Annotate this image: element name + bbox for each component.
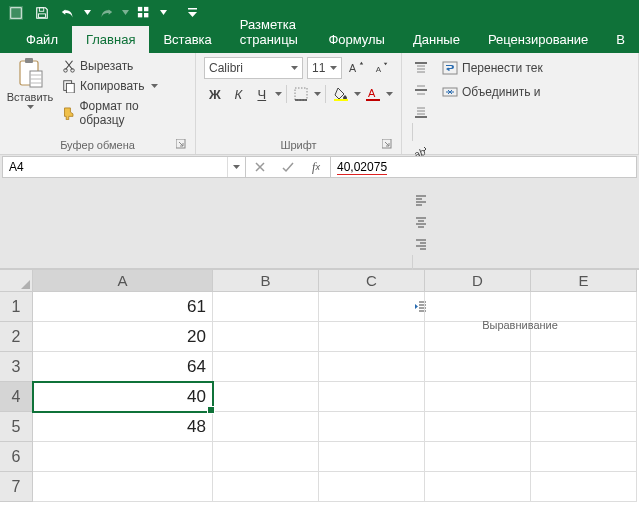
cell-a5[interactable]: 48 <box>33 412 213 442</box>
dialog-launcher-icon[interactable] <box>381 139 393 151</box>
cell-d5[interactable] <box>425 412 531 442</box>
tab-formulas[interactable]: Формулы <box>314 26 399 53</box>
font-color-icon[interactable]: A <box>363 83 385 105</box>
tab-home[interactable]: Главная <box>72 26 149 53</box>
cell-a6[interactable] <box>33 442 213 472</box>
cell-b3[interactable] <box>213 352 319 382</box>
underline-button[interactable]: Ч <box>251 83 273 105</box>
fill-color-dropdown[interactable] <box>354 83 361 105</box>
increase-font-icon[interactable]: A <box>346 57 367 79</box>
tab-data[interactable]: Данные <box>399 26 474 53</box>
align-left-icon[interactable] <box>410 189 432 211</box>
font-size-selector[interactable]: 11 <box>307 57 342 79</box>
format-painter-button[interactable]: Формат по образцу <box>58 97 187 129</box>
cell-b7[interactable] <box>213 472 319 502</box>
cell-b6[interactable] <box>213 442 319 472</box>
align-top-icon[interactable] <box>410 57 432 79</box>
wrap-text-button[interactable]: Перенести тек <box>442 57 543 79</box>
cell-a7[interactable] <box>33 472 213 502</box>
undo-icon[interactable] <box>56 2 80 24</box>
merge-center-button[interactable]: Объединить и <box>442 81 543 103</box>
name-box-input[interactable] <box>3 160 227 174</box>
cell-d4[interactable] <box>425 382 531 412</box>
tab-insert[interactable]: Вставка <box>149 26 225 53</box>
underline-dropdown[interactable] <box>275 83 282 105</box>
cell-b4[interactable] <box>213 382 319 412</box>
insert-function-icon[interactable]: fx <box>302 160 330 175</box>
align-middle-icon[interactable] <box>410 79 432 101</box>
cell-c4[interactable] <box>319 382 425 412</box>
decrease-font-icon[interactable]: A <box>372 57 393 79</box>
group-alignment: ab Перенести тек <box>402 53 639 154</box>
touch-mode-dropdown-icon[interactable] <box>158 2 168 24</box>
row-header-2[interactable]: 2 <box>0 322 33 352</box>
cell-a3[interactable]: 64 <box>33 352 213 382</box>
cell-e4[interactable] <box>531 382 637 412</box>
cell-a4[interactable]: 40 <box>33 382 213 412</box>
cell-a1[interactable]: 61 <box>33 292 213 322</box>
cell-c5[interactable] <box>319 412 425 442</box>
cell-c6[interactable] <box>319 442 425 472</box>
font-name-selector[interactable]: Calibri <box>204 57 303 79</box>
col-header-b[interactable]: B <box>213 270 319 292</box>
select-all-corner[interactable] <box>0 270 33 292</box>
font-color-dropdown[interactable] <box>386 83 393 105</box>
group-label-alignment: Выравнивание <box>410 317 630 332</box>
cell-e5[interactable] <box>531 412 637 442</box>
row-header-5[interactable]: 5 <box>0 412 33 442</box>
cell-b1[interactable] <box>213 292 319 322</box>
align-right-icon[interactable] <box>410 233 432 255</box>
cell-c3[interactable] <box>319 352 425 382</box>
col-header-c[interactable]: C <box>319 270 425 292</box>
name-box-dropdown-icon[interactable] <box>227 157 245 177</box>
cell-b5[interactable] <box>213 412 319 442</box>
col-header-e[interactable]: E <box>531 270 637 292</box>
cut-label: Вырезать <box>80 59 133 73</box>
chevron-down-icon[interactable] <box>27 105 34 109</box>
customize-qat-icon[interactable] <box>180 2 204 24</box>
tab-page-layout[interactable]: Разметка страницы <box>226 11 315 53</box>
row-header-3[interactable]: 3 <box>0 352 33 382</box>
col-header-d[interactable]: D <box>425 270 531 292</box>
cell-d7[interactable] <box>425 472 531 502</box>
borders-icon[interactable] <box>291 83 313 105</box>
row-header-6[interactable]: 6 <box>0 442 33 472</box>
cancel-formula-icon[interactable] <box>246 161 274 173</box>
tab-file[interactable]: Файл <box>12 26 72 53</box>
fill-color-icon[interactable] <box>330 83 352 105</box>
chevron-down-icon[interactable] <box>151 84 158 88</box>
cell-e3[interactable] <box>531 352 637 382</box>
bold-button[interactable]: Ж <box>204 83 226 105</box>
cell-a2[interactable]: 20 <box>33 322 213 352</box>
svg-rect-19 <box>295 88 307 100</box>
cell-e6[interactable] <box>531 442 637 472</box>
borders-dropdown[interactable] <box>314 83 321 105</box>
cell-d6[interactable] <box>425 442 531 472</box>
copy-button[interactable]: Копировать <box>58 77 187 95</box>
align-bottom-icon[interactable] <box>410 101 432 123</box>
touch-mode-icon[interactable] <box>132 2 156 24</box>
tab-view-partial[interactable]: В <box>602 26 639 53</box>
cell-e7[interactable] <box>531 472 637 502</box>
font-name-value: Calibri <box>209 61 243 75</box>
enter-formula-icon[interactable] <box>274 161 302 173</box>
italic-button[interactable]: К <box>228 83 250 105</box>
align-center-icon[interactable] <box>410 211 432 233</box>
name-box[interactable] <box>2 156 246 178</box>
row-header-7[interactable]: 7 <box>0 472 33 502</box>
excel-app-icon[interactable] <box>4 2 28 24</box>
formula-input[interactable]: 40,02075 <box>331 156 637 178</box>
col-header-a[interactable]: A <box>33 270 213 292</box>
cell-b2[interactable] <box>213 322 319 352</box>
save-icon[interactable] <box>30 2 54 24</box>
cell-d3[interactable] <box>425 352 531 382</box>
cut-button[interactable]: Вырезать <box>58 57 187 75</box>
chevron-down-icon <box>291 66 298 70</box>
cell-c7[interactable] <box>319 472 425 502</box>
row-header-1[interactable]: 1 <box>0 292 33 322</box>
dialog-launcher-icon[interactable] <box>175 139 187 151</box>
paste-button[interactable]: Вставить <box>8 57 52 137</box>
row-header-4[interactable]: 4 <box>0 382 33 412</box>
undo-dropdown-icon[interactable] <box>82 2 92 24</box>
tab-review[interactable]: Рецензирование <box>474 26 602 53</box>
